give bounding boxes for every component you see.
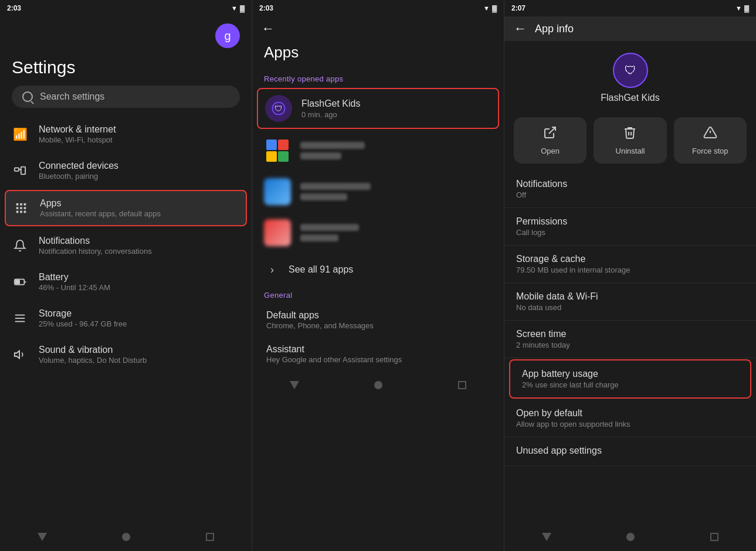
recents-nav-1[interactable] xyxy=(206,533,214,541)
action-buttons-row: Open Uninstall Force stop xyxy=(504,110,756,171)
nav-bar-3 xyxy=(504,523,756,551)
storage-sublabel: 25% used - 96.47 GB free xyxy=(39,319,127,328)
back-nav-1[interactable] xyxy=(38,533,47,541)
storage-icon xyxy=(12,310,28,326)
notifications-label: Notifications xyxy=(39,236,152,246)
see-all-label: See all 91 apps xyxy=(289,264,353,275)
svg-line-24 xyxy=(549,127,555,134)
search-input[interactable]: Search settings xyxy=(40,91,104,102)
time-1: 2:03 xyxy=(7,4,21,12)
blurred-app-3[interactable] xyxy=(252,212,504,253)
settings-list: 📶 Network & internet Mobile, Wi-Fi, hots… xyxy=(0,116,252,523)
flashget-app-item[interactable]: 🛡 FlashGet Kids 0 min. ago xyxy=(257,88,499,129)
blurred-app-2[interactable] xyxy=(252,171,504,212)
nav-bar-1 xyxy=(0,523,252,551)
settings-header: g xyxy=(0,16,252,55)
search-bar[interactable]: Search settings xyxy=(12,86,240,108)
battery-icon: ▓ xyxy=(240,5,245,12)
connected-icon xyxy=(12,162,28,179)
appinfo-app-section: 🛡 FlashGet Kids xyxy=(504,41,756,110)
status-icons-3: ▼ ▓ xyxy=(735,5,749,12)
svg-marker-18 xyxy=(15,351,19,359)
settings-item-notifications[interactable]: Notifications Notification history, conv… xyxy=(0,227,252,264)
status-bar-2: 2:03 ▼ ▓ xyxy=(252,0,504,16)
storage-info-value: 79.50 MB used in internal storage xyxy=(516,266,744,274)
apps-sublabel: Assistant, recent apps, default apps xyxy=(40,209,161,218)
see-all-button[interactable]: › See all 91 apps xyxy=(252,253,504,286)
recents-nav-2[interactable] xyxy=(458,381,466,389)
back-nav-3[interactable] xyxy=(542,533,551,541)
svg-rect-14 xyxy=(15,280,20,284)
avatar: g xyxy=(215,23,240,48)
settings-item-connected[interactable]: Connected devices Bluetooth, pairing xyxy=(0,152,252,189)
uninstall-label: Uninstall xyxy=(616,147,645,155)
assistant-label: Assistant xyxy=(266,344,402,355)
info-mobiledata[interactable]: Mobile data & Wi-Fi No data used xyxy=(504,283,756,321)
blurred-app-1[interactable] xyxy=(252,130,504,171)
info-screentime[interactable]: Screen time 2 minutes today xyxy=(504,321,756,358)
chevron-right-icon: › xyxy=(264,261,280,278)
info-notifications[interactable]: Notifications Off xyxy=(504,171,756,208)
home-nav-1[interactable] xyxy=(122,533,130,541)
apps-panel: 2:03 ▼ ▓ ← Apps Recently opened apps 🛡 F… xyxy=(252,0,504,551)
storage-info-label: Storage & cache xyxy=(516,254,744,264)
open-button[interactable]: Open xyxy=(514,117,587,164)
settings-title: Settings xyxy=(0,55,252,86)
settings-item-storage[interactable]: Storage 25% used - 96.47 GB free xyxy=(0,300,252,336)
battery-info-label: App battery usage xyxy=(522,369,738,379)
flashget-app-name: FlashGet Kids xyxy=(601,93,659,103)
force-stop-button[interactable]: Force stop xyxy=(674,117,747,164)
settings-item-apps[interactable]: Apps Assistant, recent apps, default app… xyxy=(5,190,247,226)
connected-sublabel: Bluetooth, pairing xyxy=(39,172,118,181)
blurred-text-1 xyxy=(300,142,492,159)
sound-icon xyxy=(12,346,28,363)
force-stop-label: Force stop xyxy=(692,147,728,155)
flashget-time: 0 min. ago xyxy=(301,110,491,119)
info-opendefault[interactable]: Open by default Allow app to open suppor… xyxy=(504,400,756,437)
recently-opened-label: Recently opened apps xyxy=(252,70,504,87)
default-apps-item[interactable]: Default apps Chrome, Phone, and Messages xyxy=(252,303,504,337)
info-unusedapp[interactable]: Unused app settings xyxy=(504,437,756,466)
info-permissions[interactable]: Permissions Call logs xyxy=(504,208,756,246)
back-nav-2[interactable] xyxy=(290,381,299,389)
assistant-item[interactable]: Assistant Hey Google and other Assistant… xyxy=(252,337,504,371)
settings-item-network[interactable]: 📶 Network & internet Mobile, Wi-Fi, hots… xyxy=(0,116,252,152)
battery-settings-icon xyxy=(12,274,28,290)
recents-nav-3[interactable] xyxy=(710,533,718,541)
back-arrow-2[interactable]: ← xyxy=(262,21,274,36)
uninstall-button[interactable]: Uninstall xyxy=(594,117,666,164)
battery-icon-3: ▓ xyxy=(744,5,749,12)
svg-rect-5 xyxy=(24,203,26,206)
settings-item-sound[interactable]: Sound & vibration Volume, haptics, Do No… xyxy=(0,336,252,373)
permissions-info-value: Call logs xyxy=(516,228,744,237)
notifications-icon xyxy=(12,237,28,254)
settings-item-battery[interactable]: Battery 46% - Until 12:45 AM xyxy=(0,264,252,300)
apps-page-title: Apps xyxy=(252,41,504,70)
open-icon xyxy=(543,125,557,143)
battery-icon-2: ▓ xyxy=(492,5,497,12)
home-nav-3[interactable] xyxy=(626,533,635,541)
info-battery[interactable]: App battery usage 2% use since last full… xyxy=(509,359,751,399)
sound-label: Sound & vibration xyxy=(39,345,147,355)
default-apps-sublabel: Chrome, Phone, and Messages xyxy=(266,321,374,330)
status-icons-2: ▼ ▓ xyxy=(483,5,497,12)
screentime-info-label: Screen time xyxy=(516,329,744,339)
battery-info-value: 2% use since last full charge xyxy=(522,380,738,389)
uninstall-icon xyxy=(623,125,637,143)
appinfo-header-bar: ← App info xyxy=(504,16,756,41)
svg-rect-11 xyxy=(24,211,26,213)
opendefault-info-value: Allow app to open supported links xyxy=(516,420,744,428)
back-bar-2[interactable]: ← xyxy=(252,16,504,41)
home-nav-2[interactable] xyxy=(374,381,382,389)
svg-rect-0 xyxy=(15,168,19,171)
info-storage[interactable]: Storage & cache 79.50 MB used in interna… xyxy=(504,246,756,283)
time-3: 2:07 xyxy=(511,4,526,12)
blurred-text-3 xyxy=(300,224,492,242)
storage-label: Storage xyxy=(39,308,127,319)
svg-rect-10 xyxy=(20,211,22,213)
settings-panel: 2:03 ▼ ▓ g Settings Search settings 📶 Ne… xyxy=(0,0,252,551)
general-label: General xyxy=(252,286,504,303)
wifi-icon-2: ▼ xyxy=(483,5,490,12)
svg-rect-8 xyxy=(24,207,26,209)
back-arrow-3[interactable]: ← xyxy=(514,21,527,36)
